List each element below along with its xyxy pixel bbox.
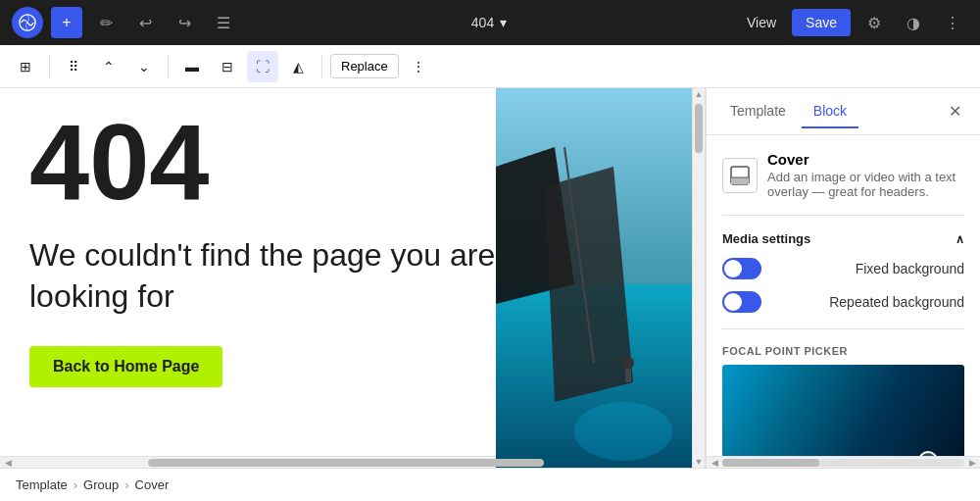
fixed-background-label: Fixed background — [856, 261, 964, 276]
focal-point-handle[interactable] — [918, 451, 938, 457]
block-info-text: Cover Add an image or video with a text … — [767, 151, 964, 199]
toolbar-separator-3 — [321, 55, 322, 78]
breadcrumb: Template › Group › Cover — [0, 468, 980, 501]
error-message: We couldn't find the page you are lookin… — [29, 235, 519, 317]
transform-icon: ⊞ — [20, 59, 31, 75]
breadcrumb-sep-1: › — [74, 477, 77, 492]
topbar-right: View Save ⚙ ◑ ⋮ — [739, 7, 968, 38]
drag-handle-button[interactable]: ⠿ — [58, 51, 89, 82]
page-title-area[interactable]: 404 ▾ — [471, 15, 507, 30]
hscroll-thumb[interactable] — [148, 459, 544, 467]
more-block-options-button[interactable]: ⋮ — [403, 51, 434, 82]
image-button[interactable]: ⊟ — [212, 51, 243, 82]
top-bar: + ✏ ↩ ↪ ☰ 404 ▾ View Save ⚙ ◑ ⋮ — [0, 0, 980, 45]
svg-rect-19 — [894, 453, 899, 456]
vscroll-down-arrow[interactable]: ▼ — [693, 456, 705, 468]
vertical-ellipsis-icon: ⋮ — [412, 59, 425, 75]
fixed-background-toggle-row: Fixed background — [722, 258, 964, 279]
move-down-button[interactable]: ⌄ — [128, 51, 160, 82]
align-button[interactable]: ▬ — [176, 51, 208, 82]
panel-scroll-thumb[interactable] — [722, 459, 819, 467]
svg-rect-10 — [731, 177, 749, 184]
hscroll-track[interactable] — [16, 459, 676, 467]
fixed-background-toggle[interactable] — [722, 258, 761, 279]
panel-tabs: Template Block ✕ — [707, 88, 980, 135]
undo-icon: ↩ — [139, 14, 152, 32]
contrast-button[interactable]: ◑ — [898, 7, 929, 38]
media-settings-label: Media settings — [722, 231, 810, 246]
settings-button[interactable]: ⚙ — [858, 7, 890, 38]
edit-tool-button[interactable]: ✏ — [90, 7, 122, 38]
breadcrumb-group[interactable]: Group — [83, 477, 119, 492]
vscroll-thumb[interactable] — [695, 104, 703, 153]
panel-scroll-right[interactable]: ▶ — [966, 457, 978, 469]
canvas-horizontal-scrollbar[interactable]: ◀ ▶ — [0, 456, 692, 468]
pencil-icon: ✏ — [100, 14, 113, 32]
toolbar-separator-2 — [168, 55, 169, 78]
main-area: 404 We couldn't find the page you are lo… — [0, 88, 980, 468]
view-button[interactable]: View — [739, 11, 784, 34]
cover-block-icon — [722, 158, 758, 193]
panel-content: Cover Add an image or video with a text … — [707, 135, 980, 456]
repeated-background-label: Repeated background — [829, 294, 964, 310]
block-toolbar: ⊞ ⠿ ⌃ ⌄ ▬ ⊟ ⛶ ◭ Replace ⋮ — [0, 45, 980, 88]
panel-close-button[interactable]: ✕ — [941, 98, 968, 125]
scroll-left-arrow[interactable]: ◀ — [2, 457, 14, 469]
add-block-button[interactable]: + — [51, 7, 82, 38]
contrast-icon: ◑ — [906, 14, 920, 32]
vscroll-track[interactable] — [693, 100, 705, 456]
ellipsis-icon: ⋮ — [945, 14, 960, 32]
plus-icon: + — [62, 14, 71, 31]
focal-point-image[interactable] — [722, 365, 964, 456]
media-settings-section: Media settings ∧ — [722, 231, 964, 246]
move-up-button[interactable]: ⌃ — [93, 51, 124, 82]
repeated-background-toggle-row: Repeated background — [722, 291, 964, 313]
breadcrumb-sep-2: › — [124, 477, 128, 492]
list-view-button[interactable]: ☰ — [208, 7, 239, 38]
svg-rect-12 — [722, 365, 964, 456]
save-button[interactable]: Save — [792, 9, 851, 36]
topbar-center: 404 ▾ — [247, 15, 731, 30]
block-transform-button[interactable]: ⊞ — [10, 51, 41, 82]
panel-scroll-left[interactable]: ◀ — [709, 457, 720, 469]
breadcrumb-cover[interactable]: Cover — [135, 477, 170, 492]
section-collapse-toggle[interactable]: ∧ — [956, 232, 964, 246]
focal-point-label: FOCAL POINT PICKER — [722, 345, 964, 357]
vscroll-up-arrow[interactable]: ▲ — [693, 88, 705, 100]
canvas-area: 404 We couldn't find the page you are lo… — [0, 88, 692, 468]
chevron-down-icon: ▾ — [500, 15, 507, 30]
replace-button[interactable]: Replace — [330, 54, 399, 78]
block-title: Cover — [767, 151, 964, 168]
fullscreen-button[interactable]: ⛶ — [247, 51, 278, 82]
wp-logo[interactable] — [12, 7, 43, 38]
panel-divider-1 — [722, 215, 964, 216]
triangle-button[interactable]: ◭ — [282, 51, 314, 82]
current-page-title: 404 — [471, 15, 494, 30]
error-code: 404 — [29, 108, 662, 216]
panel-scroll-track[interactable] — [722, 459, 964, 467]
tab-template[interactable]: Template — [718, 95, 798, 128]
repeated-background-toggle[interactable] — [722, 291, 761, 313]
align-icon: ▬ — [185, 59, 199, 75]
more-options-button[interactable]: ⋮ — [937, 7, 968, 38]
list-icon: ☰ — [217, 14, 230, 32]
chevron-up-icon: ⌃ — [103, 59, 115, 75]
panel-divider-2 — [722, 328, 964, 329]
tab-block[interactable]: Block — [802, 95, 858, 128]
toolbar-separator-1 — [49, 55, 50, 78]
page-content: 404 We couldn't find the page you are lo… — [0, 88, 692, 456]
undo-button[interactable]: ↩ — [129, 7, 161, 38]
block-description: Add an image or video with a text overla… — [767, 170, 964, 199]
svg-marker-14 — [771, 394, 869, 456]
redo-icon: ↪ — [178, 14, 191, 32]
block-info-header: Cover Add an image or video with a text … — [722, 151, 964, 199]
close-icon: ✕ — [949, 102, 961, 121]
contrast-alt-icon: ◭ — [293, 59, 304, 75]
breadcrumb-template[interactable]: Template — [16, 477, 68, 492]
svg-point-17 — [880, 440, 896, 456]
redo-button[interactable]: ↪ — [169, 7, 200, 38]
back-to-home-button[interactable]: Back to Home Page — [29, 346, 222, 387]
gear-icon: ⚙ — [867, 14, 881, 32]
panel-scrollbar[interactable]: ◀ ▶ — [707, 456, 980, 468]
right-panel: Template Block ✕ Cover Add an image or v — [706, 88, 980, 468]
